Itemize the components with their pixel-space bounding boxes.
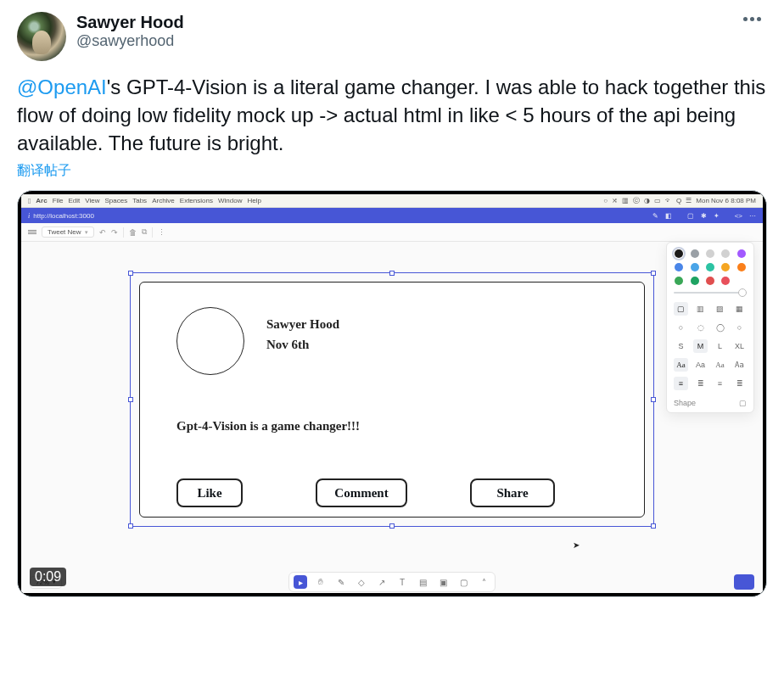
shape-picker-icon[interactable]: ▢ xyxy=(739,399,747,407)
style-panel: ▢ ▥ ▨ ▦ ○ ◌ ◯ ○ S M L XL A xyxy=(666,242,754,413)
mock-body[interactable]: Gpt-4-Vision is a game changer!!! xyxy=(176,419,360,434)
align-center-icon[interactable]: ≣ xyxy=(693,377,708,390)
swatch[interactable] xyxy=(737,249,746,258)
resize-handle[interactable] xyxy=(389,271,395,276)
undo-icon[interactable]: ↶ xyxy=(99,228,106,237)
mock-author[interactable]: Sawyer Hood xyxy=(266,317,339,332)
menu-file[interactable]: File xyxy=(53,197,64,204)
fill-dots-icon[interactable]: ▦ xyxy=(732,302,747,316)
dash-line-icon[interactable]: ○ xyxy=(674,321,688,334)
font-mono[interactable]: Aa xyxy=(732,358,747,372)
font-sans[interactable]: Aa xyxy=(693,358,708,372)
font-serif[interactable]: Aa xyxy=(713,358,727,372)
swatch[interactable] xyxy=(675,249,683,258)
fill-hatched-icon[interactable]: ▨ xyxy=(713,302,727,316)
urlbar-window-icon[interactable]: ▢ xyxy=(687,212,694,220)
urlbar-gear-icon[interactable]: ✱ xyxy=(701,212,707,220)
size-l[interactable]: L xyxy=(713,339,727,353)
swatch[interactable] xyxy=(721,249,730,258)
menu-spaces[interactable]: Spaces xyxy=(105,197,128,204)
tool-select-icon[interactable]: ▸ xyxy=(294,575,307,589)
menu-window[interactable]: Window xyxy=(218,197,242,204)
menu-ext[interactable]: Extensions xyxy=(180,197,213,204)
menu-tabs[interactable]: Tabs xyxy=(132,197,147,204)
selection-box[interactable]: Sawyer Hood Nov 6th Gpt-4-Vision is a ga… xyxy=(130,272,654,527)
resize-handle[interactable] xyxy=(651,271,656,276)
swatch[interactable] xyxy=(721,263,730,271)
resize-handle[interactable] xyxy=(651,523,656,529)
swatch[interactable] xyxy=(706,277,714,285)
tool-draw-icon[interactable]: ✎ xyxy=(334,575,348,589)
tool-eraser-icon[interactable]: ◇ xyxy=(355,575,368,589)
menubar-clock: Mon Nov 6 8:08 PM xyxy=(696,197,756,204)
swatch[interactable] xyxy=(675,263,683,271)
size-xl[interactable]: XL xyxy=(732,339,747,353)
swatch[interactable] xyxy=(706,249,714,258)
tool-more-icon[interactable]: ˄ xyxy=(477,575,490,589)
stroke-slider[interactable] xyxy=(674,292,747,294)
swatch[interactable] xyxy=(737,263,746,271)
resize-handle[interactable] xyxy=(389,523,395,529)
translate-link[interactable]: 翻译帖子 xyxy=(17,162,71,180)
avatar[interactable] xyxy=(17,12,66,61)
apple-icon:  xyxy=(28,197,31,205)
video-media[interactable]:  Arc File Edit View Spaces Tabs Archive… xyxy=(17,190,767,597)
display-name[interactable]: Sawyer Hood xyxy=(76,12,184,32)
resize-handle[interactable] xyxy=(128,271,133,276)
doc-name-chip[interactable]: Tweet New▾ xyxy=(42,227,94,238)
tool-frame-icon[interactable]: ▢ xyxy=(456,575,470,589)
mention-link[interactable]: @OpenAI xyxy=(17,76,107,98)
urlbar-more-icon[interactable]: ⋯ xyxy=(749,212,756,220)
align-left-icon[interactable]: ≡ xyxy=(674,377,688,390)
mock-like-button[interactable]: Like xyxy=(176,478,243,507)
menu-help[interactable]: Help xyxy=(247,197,260,204)
more-icon[interactable]: ⋮ xyxy=(158,228,165,237)
size-m[interactable]: M xyxy=(693,339,708,353)
dash-arrow-icon[interactable]: ○ xyxy=(732,321,747,334)
canvas[interactable]: Sawyer Hood Nov 6th Gpt-4-Vision is a ga… xyxy=(21,242,763,593)
urlbar-settings-icon[interactable]: ✦ xyxy=(714,212,720,220)
swatch[interactable] xyxy=(691,249,699,258)
resize-handle[interactable] xyxy=(651,397,656,402)
swatch[interactable] xyxy=(721,277,730,285)
urlbar-edit-icon[interactable]: ✎ xyxy=(652,212,658,220)
tool-image-icon[interactable]: ▣ xyxy=(436,575,450,589)
more-button[interactable] xyxy=(736,12,767,29)
redo-icon[interactable]: ↷ xyxy=(111,228,118,237)
urlbar-camera-icon[interactable]: ◧ xyxy=(665,212,672,220)
align-justify-icon[interactable]: ≣ xyxy=(732,377,747,390)
mock-date[interactable]: Nov 6th xyxy=(266,338,309,352)
tool-hand-icon[interactable]: ✋︎ xyxy=(314,575,328,589)
swatch[interactable] xyxy=(691,277,699,285)
swatch[interactable] xyxy=(691,263,699,271)
size-s[interactable]: S xyxy=(674,339,688,353)
cursor-icon: ➤ xyxy=(573,540,580,550)
menu-view[interactable]: View xyxy=(85,197,99,204)
fill-none-icon[interactable]: ▢ xyxy=(674,302,688,316)
menubar-status: ○⤨▥ⓒ◑▭ᯤQ☰ Mon Nov 6 8:08 PM xyxy=(603,196,756,205)
duplicate-icon[interactable]: ⧉ xyxy=(142,227,147,237)
fill-solid-icon[interactable]: ▥ xyxy=(693,302,708,316)
menu-edit[interactable]: Edit xyxy=(69,197,81,204)
urlbar-ext-icon[interactable]: <> xyxy=(735,212,742,220)
align-right-icon[interactable]: ≡ xyxy=(713,377,727,390)
mock-share-button[interactable]: Share xyxy=(470,478,555,507)
menu-archive[interactable]: Archive xyxy=(152,197,175,204)
hamburger-icon[interactable] xyxy=(28,230,36,234)
url-field[interactable]: i http://localhost:3000 xyxy=(28,212,94,220)
tool-note-icon[interactable]: ▤ xyxy=(416,575,429,589)
font-draw[interactable]: Aa xyxy=(674,358,688,372)
dash-dash-icon[interactable]: ◌ xyxy=(693,321,708,334)
tool-arrow-icon[interactable]: ↗ xyxy=(375,575,389,589)
mock-avatar[interactable] xyxy=(176,307,244,375)
trash-icon[interactable]: 🗑︎ xyxy=(129,228,137,237)
action-button[interactable] xyxy=(734,574,754,590)
swatch[interactable] xyxy=(706,263,714,271)
resize-handle[interactable] xyxy=(128,397,133,402)
mock-comment-button[interactable]: Comment xyxy=(316,478,407,507)
resize-handle[interactable] xyxy=(128,523,133,529)
swatch[interactable] xyxy=(675,277,683,285)
tool-text-icon[interactable]: T xyxy=(395,575,409,589)
dash-dot-icon[interactable]: ◯ xyxy=(713,321,727,334)
handle[interactable]: @sawyerhood xyxy=(76,32,184,51)
